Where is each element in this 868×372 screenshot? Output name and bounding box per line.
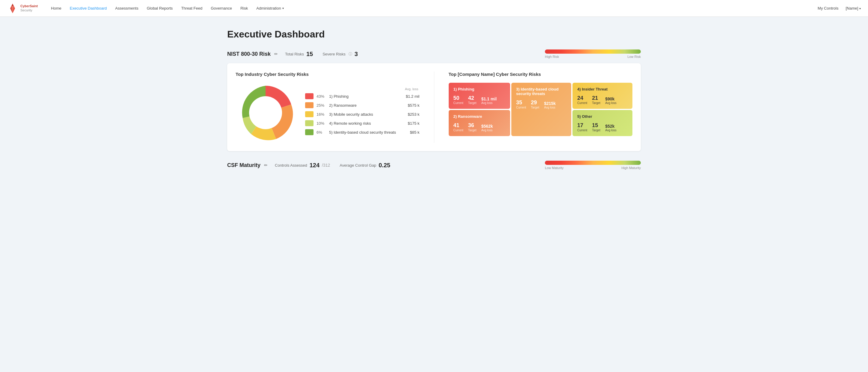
nav-home[interactable]: Home: [48, 4, 65, 13]
user-menu[interactable]: [Name] ▾: [845, 6, 861, 10]
legend-pct: 25%: [316, 103, 326, 107]
high-risk-label: High Risk: [545, 55, 559, 58]
maturity-gradient-bar: [545, 161, 641, 165]
page-title: Executive Dashboard: [227, 29, 641, 40]
legend-avg-loss-header: Avg. loss: [305, 87, 420, 91]
legend-items: 43% 1) Phishing $1.2 mil 25% 2) Ransomwa…: [305, 93, 420, 135]
logo-name: CyberSaint: [20, 4, 38, 8]
risk-tiles: 1) Phishing 50 Current 42 Target $1.1 mi…: [449, 83, 633, 136]
tile-current-ransomware: 41 Current: [454, 122, 463, 132]
tile-avg-loss-other: $52k Avg loss: [605, 124, 617, 132]
svg-point-1: [249, 96, 282, 129]
high-maturity-label: High Maturity: [621, 166, 641, 170]
nav-risk[interactable]: Risk: [237, 4, 251, 13]
nav-assessments[interactable]: Assessments: [112, 4, 142, 13]
maturity-gradient-labels: Low Maturity High Maturity: [545, 166, 641, 170]
company-panel: Top [Company Name] Cyber Security Risks …: [449, 72, 633, 143]
logo-icon: [7, 3, 18, 14]
low-risk-label: Low Risk: [627, 55, 641, 58]
nav-threat-feed[interactable]: Threat Feed: [178, 4, 206, 13]
controls-assessed-stat: Controls Assessed 124 /312: [275, 162, 330, 169]
legend-pct: 16%: [316, 112, 326, 117]
legend-item: 43% 1) Phishing $1.2 mil: [305, 93, 420, 99]
donut-chart: [236, 83, 296, 143]
controls-assessed-label: Controls Assessed: [275, 163, 307, 167]
nav-governance[interactable]: Governance: [207, 4, 236, 13]
tile-stats-insider: 24 Current 21 Target $90k Avg loss: [577, 95, 628, 104]
legend-name: 3) Mobile security attacks: [329, 112, 399, 117]
tile-name-identity: 3) Identity-based cloud security threats: [516, 87, 566, 96]
chart-legend-row: Avg. loss 43% 1) Phishing $1.2 mil 25% 2…: [236, 83, 420, 143]
panel-divider: [434, 72, 434, 143]
controls-total: /312: [322, 163, 330, 167]
company-panel-title: Top [Company Name] Cyber Security Risks: [449, 72, 633, 77]
tile-target-insider: 21 Target: [592, 95, 600, 104]
legend-item: 16% 3) Mobile security attacks $253 k: [305, 111, 420, 117]
tile-stats-ransomware: 41 Current 36 Target $562k Avg loss: [454, 122, 506, 132]
tile-target-other: 15 Target: [592, 122, 600, 132]
risk-tile-insider[interactable]: 4) Insider Threat 24 Current 21 Target $…: [572, 83, 632, 109]
legend-color-swatch: [305, 111, 313, 117]
nist-title: NIST 800-30 Risk: [227, 51, 271, 57]
tile-target-phishing: 42 Target: [468, 95, 476, 104]
legend-item: 25% 2) Ransomware $575 k: [305, 102, 420, 108]
risk-tile-phishing[interactable]: 1) Phishing 50 Current 42 Target $1.1 mi…: [449, 83, 510, 109]
total-risks-value: 15: [306, 51, 313, 58]
risk-gradient-bar: [545, 50, 641, 54]
administration-dropdown-icon: ▾: [282, 7, 284, 10]
low-maturity-label: Low Maturity: [545, 166, 563, 170]
csf-section-header: CSF Maturity ✏ Controls Assessed 124 /31…: [227, 161, 641, 170]
legend-pct: 10%: [316, 121, 326, 126]
total-risks-label: Total Risks: [285, 52, 304, 56]
tile-avg-loss-insider: $90k Avg loss: [605, 96, 617, 104]
tile-current-insider: 24 Current: [577, 95, 587, 104]
risk-tile-identity[interactable]: 3) Identity-based cloud security threats…: [511, 83, 571, 136]
severe-risks-value: 3: [354, 51, 358, 58]
avg-control-gap-value: 0.25: [378, 162, 390, 169]
tile-stats-identity: 35 Current 29 Target $215k Avg loss: [516, 99, 566, 109]
legend-color-swatch: [305, 120, 313, 126]
risk-tile-other[interactable]: 5) Other 17 Current 15 Target $52k Avg l…: [572, 110, 632, 136]
nist-edit-icon[interactable]: ✏: [274, 52, 278, 56]
tile-name-ransomware: 2) Ransomware: [454, 114, 506, 119]
nav-global-reports[interactable]: Global Reports: [143, 4, 177, 13]
industry-panel-title: Top Industry Cyber Security Risks: [236, 72, 420, 77]
csf-stats: Controls Assessed 124 /312 Average Contr…: [275, 162, 390, 169]
nav-administration[interactable]: Administration ▾: [253, 4, 287, 13]
tile-name-phishing: 1) Phishing: [454, 87, 506, 91]
severe-risks-stat: Severe Risks ⓘ 3: [322, 51, 358, 58]
severe-risks-label: Severe Risks: [322, 52, 346, 56]
csf-edit-icon[interactable]: ✏: [264, 163, 268, 167]
legend-color-swatch: [305, 102, 313, 108]
tile-avg-loss-identity: $215k Avg loss: [544, 101, 556, 109]
legend-color-swatch: [305, 93, 313, 99]
nav-right: My Controls [Name] ▾: [818, 6, 861, 10]
user-dropdown-icon: ▾: [859, 7, 861, 10]
severe-risks-info-icon: ⓘ: [348, 52, 352, 57]
tile-stats-phishing: 50 Current 42 Target $1.1 mil Avg loss: [454, 95, 506, 104]
legend-item: 6% 5) Identity-based cloud security thre…: [305, 129, 420, 135]
legend-item: 10% 4) Remote working risks $175 k: [305, 120, 420, 126]
nav-links: Home Executive Dashboard Assessments Glo…: [48, 4, 818, 13]
tile-name-insider: 4) Insider Threat: [577, 87, 628, 91]
risks-card: Top Industry Cyber Security Risks: [227, 63, 641, 151]
risk-gradient: High Risk Low Risk: [545, 50, 641, 58]
navbar: CyberSaint Security Home Executive Dashb…: [0, 0, 868, 17]
tile-stats-other: 17 Current 15 Target $52k Avg loss: [577, 122, 628, 132]
legend-name: 1) Phishing: [329, 94, 399, 99]
legend: Avg. loss 43% 1) Phishing $1.2 mil 25% 2…: [305, 87, 420, 138]
legend-avg-loss: $253 k: [402, 112, 420, 117]
avg-control-gap-stat: Average Control Gap 0.25: [340, 162, 390, 169]
tile-target-ransomware: 36 Target: [468, 122, 476, 132]
nav-executive-dashboard[interactable]: Executive Dashboard: [66, 4, 111, 13]
tile-current-identity: 35 Current: [516, 99, 526, 109]
legend-pct: 6%: [316, 130, 326, 134]
tile-avg-loss-phishing: $1.1 mil Avg loss: [482, 96, 497, 104]
tile-avg-loss-ransomware: $562k Avg loss: [482, 124, 493, 132]
legend-color-swatch: [305, 129, 313, 135]
tile-current-other: 17 Current: [577, 122, 587, 132]
risk-tile-ransomware[interactable]: 2) Ransomware 41 Current 36 Target $562k…: [449, 110, 510, 136]
legend-name: 2) Ransomware: [329, 103, 399, 107]
my-controls-link[interactable]: My Controls: [818, 6, 838, 10]
legend-avg-loss: $1.2 mil: [402, 94, 420, 99]
